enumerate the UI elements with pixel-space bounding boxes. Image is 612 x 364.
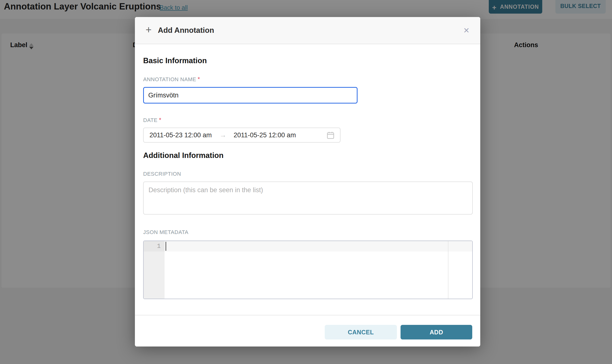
editor-cursor [166, 242, 166, 251]
required-asterisk: * [159, 117, 161, 123]
add-annotation-modal: + Add Annotation ✕ Basic Information ANN… [135, 17, 480, 347]
annotation-name-input[interactable] [143, 87, 358, 104]
date-label: DATE* [143, 117, 161, 123]
cancel-button[interactable]: CANCEL [325, 325, 397, 339]
close-icon[interactable]: ✕ [463, 27, 469, 34]
line-number: 1 [144, 241, 165, 251]
section-additional-information: Additional Information [143, 151, 224, 160]
annotation-name-label: ANNOTATION NAME* [143, 76, 200, 83]
editor-print-margin [448, 241, 448, 299]
editor-gutter: 1 [144, 241, 165, 299]
json-metadata-editor[interactable]: 1 [143, 241, 473, 299]
add-button[interactable]: ADD [401, 325, 472, 339]
section-basic-information: Basic Information [143, 56, 207, 65]
range-arrow-icon: → [220, 131, 226, 139]
modal-header: + Add Annotation ✕ [135, 17, 480, 44]
description-textarea[interactable] [143, 182, 473, 215]
description-label: DESCRIPTION [143, 171, 181, 177]
editor-active-line [165, 241, 472, 251]
plus-icon: + [146, 24, 152, 36]
calendar-icon [326, 131, 335, 139]
json-metadata-label: JSON METADATA [143, 229, 188, 235]
modal-footer: CANCEL ADD [135, 315, 480, 347]
date-range-picker[interactable]: 2011-05-23 12:00 am → 2011-05-25 12:00 a… [143, 128, 340, 143]
modal-title: Add Annotation [158, 26, 214, 35]
date-end-value[interactable]: 2011-05-25 12:00 am [234, 131, 296, 139]
date-start-value[interactable]: 2011-05-23 12:00 am [149, 131, 212, 139]
required-asterisk: * [198, 76, 200, 82]
